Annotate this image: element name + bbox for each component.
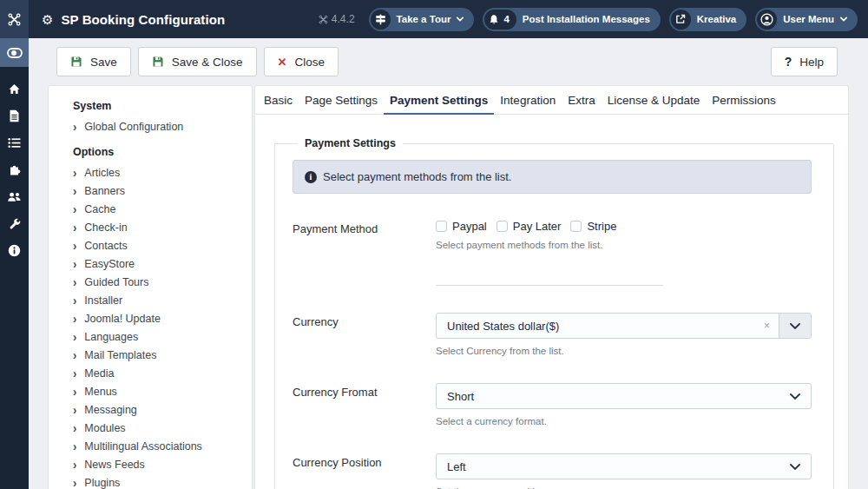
kreativa-site-button[interactable]: Kreativa xyxy=(669,8,746,31)
toolbar: Save Save & Close ✕ Close ? Help xyxy=(29,38,868,85)
users-icon[interactable] xyxy=(0,183,29,210)
payment-settings-fieldset: Payment Settings i Select payment method… xyxy=(274,137,834,489)
help-button[interactable]: ? Help xyxy=(771,47,838,76)
chevron-right-icon: › xyxy=(73,312,76,325)
chevron-right-icon: › xyxy=(73,367,76,380)
sidebar-item-joomla-update[interactable]: ›Joomla! Update xyxy=(49,309,252,327)
field-label-payment-method: Payment Method xyxy=(293,220,436,286)
page-title: SP Booking Configuration xyxy=(61,12,225,27)
save-and-close-button[interactable]: Save & Close xyxy=(138,47,257,76)
sidebar-item-messaging[interactable]: ›Messaging xyxy=(49,400,252,419)
bell-icon xyxy=(489,14,499,25)
settings-panel: Basic Page Settings Payment Settings Int… xyxy=(254,85,849,489)
tab-permissions[interactable]: Permissions xyxy=(706,86,782,114)
save-icon xyxy=(70,56,82,68)
save-button[interactable]: Save xyxy=(56,47,131,76)
question-mark-icon: ? xyxy=(785,55,792,69)
tab-license-update[interactable]: License & Update xyxy=(602,86,707,114)
tab-page-settings[interactable]: Page Settings xyxy=(299,86,384,114)
info-icon: i xyxy=(305,171,317,183)
currency-select[interactable]: United States dollar($) × xyxy=(436,313,812,339)
signpost-icon xyxy=(371,10,391,30)
sidebar-item-media[interactable]: ›Media xyxy=(49,364,252,382)
chevron-right-icon: › xyxy=(73,421,76,434)
list-icon[interactable] xyxy=(0,129,29,156)
info-icon[interactable] xyxy=(0,237,29,264)
tab-basic[interactable]: Basic xyxy=(258,86,299,114)
chevron-right-icon: › xyxy=(73,403,76,416)
take-a-tour-button[interactable]: Take a Tour xyxy=(369,8,475,31)
checkbox-paypal[interactable]: Paypal xyxy=(436,220,487,233)
sidebar-item-guided-tours[interactable]: ›Guided Tours xyxy=(49,273,252,291)
post-installation-messages-button[interactable]: 4 Post Installation Messages xyxy=(483,8,660,31)
sidebar-heading-options: Options xyxy=(49,144,252,162)
sidebar-item-modules[interactable]: ›Modules xyxy=(49,419,252,437)
sidebar-item-contacts[interactable]: ›Contacts xyxy=(49,236,252,254)
sidebar-item-menus[interactable]: ›Menus xyxy=(49,382,252,400)
sidebar-item-check-in[interactable]: ›Check-in xyxy=(49,218,252,236)
checkbox-icon[interactable] xyxy=(436,221,447,232)
home-icon[interactable] xyxy=(0,76,29,102)
checkbox-icon[interactable] xyxy=(570,221,582,232)
user-circle-icon xyxy=(757,10,777,30)
currency-format-select[interactable]: Short xyxy=(436,383,812,409)
chevron-right-icon: › xyxy=(73,202,76,215)
tab-payment-settings[interactable]: Payment Settings xyxy=(384,86,494,114)
sidebar-item-mail-templates[interactable]: ›Mail Templates xyxy=(49,346,252,364)
clear-icon[interactable]: × xyxy=(764,320,779,332)
chevron-right-icon: › xyxy=(73,166,76,179)
close-button[interactable]: ✕ Close xyxy=(264,47,339,76)
chevron-right-icon: › xyxy=(73,275,76,288)
user-menu-button[interactable]: User Menu xyxy=(755,8,858,31)
field-help: Select a currency format. xyxy=(436,416,812,426)
sidebar-item-news-feeds[interactable]: ›News Feeds xyxy=(49,455,252,473)
chevron-down-icon[interactable] xyxy=(779,454,811,479)
chevron-right-icon: › xyxy=(73,458,76,471)
notification-badge: 4 xyxy=(503,14,509,24)
wrench-icon[interactable] xyxy=(0,210,29,237)
chevron-right-icon: › xyxy=(73,348,76,361)
checkbox-stripe[interactable]: Stripe xyxy=(570,220,616,233)
icon-rail xyxy=(0,38,29,489)
sidebar-item-banners[interactable]: ›Banners xyxy=(49,182,252,200)
tab-extra[interactable]: Extra xyxy=(562,86,602,114)
tab-integration[interactable]: Integration xyxy=(494,86,562,114)
document-icon[interactable] xyxy=(0,102,29,129)
chevron-right-icon: › xyxy=(73,385,76,398)
chevron-down-icon xyxy=(457,16,464,23)
chevron-right-icon: › xyxy=(73,239,76,252)
sidebar-item-global-configuration[interactable]: ›Global Configuration xyxy=(49,117,252,135)
sidebar-item-easystore[interactable]: ›EasyStore xyxy=(49,254,252,273)
divider xyxy=(436,285,663,286)
currency-position-select[interactable]: Left xyxy=(436,453,812,479)
chevron-right-icon: › xyxy=(73,439,76,453)
gear-icon: ⚙ xyxy=(42,13,53,26)
config-sidebar: System ›Global Configuration Options ›Ar… xyxy=(48,85,253,489)
chevron-down-icon xyxy=(840,16,847,23)
checkbox-pay-later[interactable]: Pay Later xyxy=(496,220,562,233)
sidebar-item-multilingual-associations[interactable]: ›Multilingual Associations xyxy=(49,437,252,455)
external-link-icon xyxy=(671,10,691,30)
tab-bar: Basic Page Settings Payment Settings Int… xyxy=(255,86,848,115)
sidebar-item-plugins[interactable]: ›Plugins xyxy=(49,473,252,489)
chevron-down-icon[interactable] xyxy=(779,384,811,408)
joomla-logo[interactable] xyxy=(0,0,29,38)
sidebar-item-languages[interactable]: ›Languages xyxy=(49,327,252,346)
fieldset-legend: Payment Settings xyxy=(298,137,403,149)
field-label-currency-format: Currency Fromat xyxy=(293,383,436,426)
chevron-right-icon: › xyxy=(73,294,76,307)
puzzle-icon[interactable] xyxy=(0,156,29,183)
chevron-down-icon[interactable] xyxy=(779,314,811,338)
menu-toggle-icon[interactable] xyxy=(0,38,29,67)
checkbox-icon[interactable] xyxy=(496,221,508,232)
field-label-currency: Currency xyxy=(293,313,436,356)
field-help: Select Currency from the list. xyxy=(436,346,812,356)
joomla-logo-icon xyxy=(7,12,22,27)
chevron-right-icon: › xyxy=(73,221,76,234)
sidebar-item-articles[interactable]: ›Articles xyxy=(49,163,252,182)
chevron-right-icon: › xyxy=(73,120,76,133)
sidebar-item-cache[interactable]: ›Cache xyxy=(49,200,252,218)
sidebar-item-installer[interactable]: ›Installer xyxy=(49,291,252,309)
chevron-right-icon: › xyxy=(73,257,76,270)
chevron-right-icon: › xyxy=(73,476,76,489)
